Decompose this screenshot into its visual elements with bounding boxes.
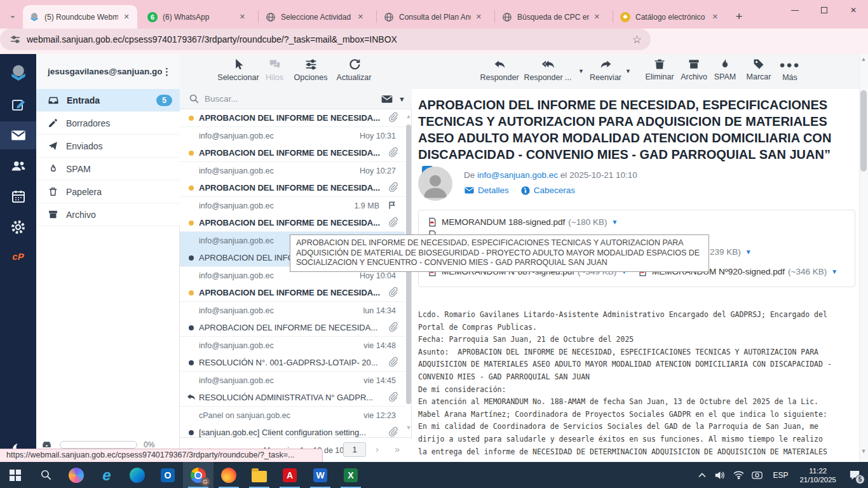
ie-taskbar-icon[interactable]: e	[92, 462, 122, 488]
sidebar-item-spam[interactable]: SPAM	[36, 158, 180, 180]
wifi-icon[interactable]	[729, 462, 748, 488]
page-number-input[interactable]: 1	[343, 442, 366, 457]
subject-tooltip: APROBACION DEL INFORME DE NECESIDAD, ESP…	[290, 234, 709, 272]
unread-dot-icon	[189, 186, 194, 191]
headers-link[interactable]: Cabeceras	[534, 186, 575, 195]
sidebar-item-enviados[interactable]: Enviados	[36, 135, 180, 158]
search-taskbar-icon[interactable]	[31, 462, 61, 488]
tab-whatsapp[interactable]: 6 (6) WhatsApp ✕	[141, 5, 253, 29]
reading-scroll-up-icon[interactable]: ▲	[860, 56, 867, 62]
sidebar-item-entrada[interactable]: Entrada 5	[36, 89, 180, 112]
excel-taskbar-icon[interactable]: X	[336, 462, 366, 488]
screen: ⌄ (5) Roundcube Webm ✕ 6 (6) WhatsApp ✕ …	[0, 0, 868, 488]
reply-all-button[interactable]: Responder ...	[520, 58, 575, 82]
volume-icon[interactable]	[711, 462, 729, 488]
page-last-button[interactable]: »	[395, 444, 400, 454]
chrome-taskbar-icon[interactable]: G	[183, 462, 214, 488]
page-next-button[interactable]: ›	[376, 444, 379, 454]
attachment-caret-icon[interactable]: ▼	[612, 219, 618, 226]
tab-close-icon[interactable]: ✕	[710, 11, 721, 23]
attachment-item-size-fragment[interactable]: 239 KB) ▼	[710, 247, 752, 257]
message-list-item[interactable]: info@sanjuan.gob.ecHoy 10:27APROBACION D…	[180, 162, 405, 197]
new-tab-button[interactable]: +	[731, 8, 747, 25]
tab-close-icon[interactable]: ✕	[355, 11, 366, 23]
message-list-item[interactable]: cPanel on sanjuan.gob.ecvie 12:23[sanjua…	[180, 407, 405, 437]
unread-dot-icon	[189, 290, 194, 295]
compose-icon[interactable]	[0, 91, 36, 119]
start-taskbar-icon[interactable]	[0, 462, 31, 488]
forward-caret-icon[interactable]: ▼	[625, 68, 631, 74]
window-restore-button[interactable]	[810, 0, 839, 20]
tab-close-icon[interactable]: ✕	[473, 11, 484, 23]
window-close-button[interactable]: ✕	[839, 0, 868, 20]
tray-chevron-icon[interactable]	[693, 462, 711, 488]
refresh-button[interactable]: Actualizar	[327, 58, 381, 82]
tab-seleccione-actividad[interactable]: Seleccione Actividad ✕	[259, 5, 371, 29]
meet-now-icon[interactable]	[748, 462, 766, 488]
contacts-icon[interactable]	[0, 152, 36, 180]
account-menu-icon[interactable]: ⋮	[162, 66, 172, 78]
sidebar-item-borradores[interactable]: Borradores	[36, 112, 180, 135]
word-taskbar-icon[interactable]: W	[305, 462, 336, 488]
browser-toolbar: ← → ↻ webmail.sanjuan.gob.ec/cpsess97401…	[0, 29, 868, 54]
attachment-caret-icon[interactable]: ▼	[831, 268, 837, 275]
acrobat-taskbar-icon[interactable]: A	[275, 462, 305, 488]
tab-close-icon[interactable]: ✕	[592, 11, 602, 23]
message-subject: APROBACION DEL INFORME DE NECESIDA...	[199, 323, 405, 332]
account-header[interactable]: jesusgavilanes@sanjuan.gob.... ⋮	[36, 54, 180, 89]
mark-envelope-icon[interactable]	[381, 93, 393, 105]
message-list-item[interactable]: info@sanjuan.gob.eclun 14:34APROBACION D…	[180, 302, 405, 337]
window-minimize-button[interactable]: —	[780, 0, 810, 20]
site-settings-icon[interactable]	[10, 34, 20, 44]
tab-search-chevron-icon[interactable]: ⌄	[5, 8, 20, 22]
tray-time: 11:22	[809, 467, 827, 475]
message-list-item[interactable]: info@sanjuan.gob.ecHoy 10:31APROBACION D…	[180, 127, 405, 162]
message-list-item[interactable]: info@sanjuan.gob.ecvie 14:48RESOLUCIÓN N…	[180, 337, 405, 372]
address-bar[interactable]: webmail.sanjuan.gob.ec/cpsess9740179367/…	[0, 29, 651, 50]
search-icon	[189, 93, 200, 104]
sender-email-link[interactable]: info@sanjuan.gob.ec	[477, 170, 558, 180]
clock[interactable]: 11:22 21/10/2025	[794, 466, 841, 484]
settings-gear-icon[interactable]	[0, 213, 36, 241]
message-list-item[interactable]: info@sanjuan.gob.ecHoy 10:04APROBACION D…	[180, 267, 405, 302]
attachment-item[interactable]: MEMORANDUM 188-signed.pdf (~180 KB) ▼	[428, 217, 618, 227]
language-indicator[interactable]: ESP	[766, 471, 794, 480]
paperclip-icon	[388, 426, 398, 437]
message-list-item[interactable]: APROBACION DEL INFORME DE NECESIDA...	[180, 109, 405, 127]
cpanel-icon[interactable]: cP	[0, 242, 36, 270]
copilot-taskbar-icon[interactable]	[61, 462, 92, 488]
search-bar[interactable]: Buscar... ▼	[180, 89, 412, 109]
chevron-down-icon[interactable]: ▼	[398, 95, 405, 103]
outlook-taskbar-icon[interactable]: O	[153, 462, 183, 488]
tray-date: 21/10/2025	[799, 476, 836, 484]
reading-scrollbar-thumb[interactable]	[860, 90, 867, 172]
tab-close-icon[interactable]: ✕	[237, 11, 248, 23]
explorer-taskbar-icon[interactable]	[244, 462, 275, 488]
tab-close-icon[interactable]: ✕	[121, 11, 132, 23]
message-subject: APROBACION DEL INFORME DE NECESIDA...	[199, 218, 405, 227]
mail-module-icon[interactable]	[0, 121, 36, 149]
notification-center-icon[interactable]: 5	[841, 462, 868, 488]
reading-scroll-down-icon[interactable]: ▼	[860, 448, 867, 454]
message-list-item[interactable]: info@sanjuan.gob.ecvie 14:45RESOLUCIÓN A…	[180, 372, 405, 407]
tab-catalogo[interactable]: Catálogo electrónico ✕	[614, 5, 726, 29]
more-button[interactable]: ●●● Más	[763, 58, 817, 82]
message-sender-line: info@sanjuan.gob.ecvie 14:45	[180, 372, 405, 389]
calendar-icon[interactable]	[0, 182, 36, 210]
details-link[interactable]: Detalles	[478, 186, 509, 195]
sidebar-item-papelera[interactable]: Papelera	[36, 180, 180, 203]
message-list-item[interactable]: info@sanjuan.gob.ec1.9 MBAPROBACION DEL …	[180, 197, 405, 232]
edge-taskbar-icon[interactable]	[122, 462, 153, 488]
firefox-taskbar-icon[interactable]	[214, 462, 244, 488]
attachment-caret-icon[interactable]: ▼	[745, 248, 752, 255]
message-sender-line: info@sanjuan.gob.ecHoy 10:27	[180, 162, 405, 179]
message-date: Hoy 10:27	[360, 166, 396, 175]
roundcube-rail: cP ?	[0, 54, 36, 462]
sidebar-item-archivo[interactable]: Archivo	[36, 203, 180, 226]
tab-consulta-plan[interactable]: Consulta del Plan Anu ✕	[377, 5, 489, 29]
tab-busqueda-cpc[interactable]: Búsqueda de CPC en ✕	[496, 5, 607, 29]
reply-button[interactable]: Responder	[472, 58, 527, 82]
quota-percent: 0%	[144, 440, 154, 449]
bookmark-star-icon[interactable]: ☆	[632, 33, 642, 46]
tab-roundcube[interactable]: (5) Roundcube Webm ✕	[23, 5, 137, 29]
